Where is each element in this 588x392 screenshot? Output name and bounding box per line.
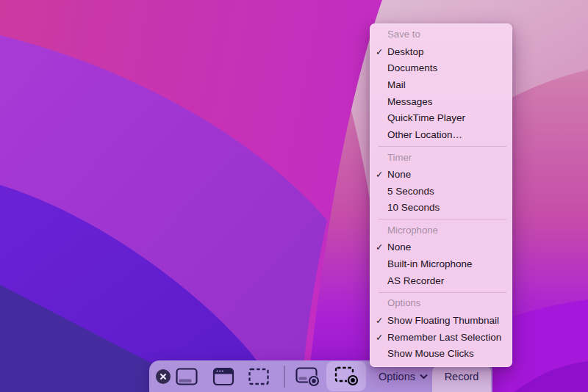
record-entire-screen-button[interactable]	[295, 366, 320, 387]
menu-item-label: 5 Seconds	[387, 186, 434, 197]
menu-item-label: None	[387, 242, 411, 253]
checkmark-icon: ✓	[376, 169, 387, 180]
menu-item-documents[interactable]: Documents	[370, 59, 512, 76]
close-icon	[159, 372, 168, 381]
capture-entire-screen-button[interactable]	[175, 367, 198, 386]
checkmark-icon: ✓	[376, 315, 387, 326]
capture-selected-portion-button[interactable]	[247, 367, 270, 386]
menu-item-messages[interactable]: Messages	[370, 93, 512, 110]
record-button-label: Record	[445, 371, 479, 382]
chevron-down-icon	[420, 374, 428, 380]
menu-item-label: Show Mouse Clicks	[387, 348, 474, 359]
menu-item-label: None	[387, 169, 411, 180]
menu-item-label: Remember Last Selection	[387, 332, 501, 343]
menu-item-label: Messages	[387, 96, 433, 107]
menu-item-as-recorder[interactable]: AS Recorder	[370, 272, 512, 289]
menu-item-quicktime-player[interactable]: QuickTime Player	[370, 109, 512, 126]
options-button-label: Options	[379, 371, 415, 382]
checkmark-icon: ✓	[376, 46, 387, 57]
menu-item-10-seconds[interactable]: 10 Seconds	[370, 200, 512, 217]
capture-selected-window-icon	[212, 367, 235, 386]
menu-item-label: Documents	[387, 62, 437, 73]
menu-item-label: QuickTime Player	[387, 112, 465, 123]
menu-item-label: Other Location…	[387, 129, 462, 140]
menu-item-remember-last-selection[interactable]: ✓ Remember Last Selection	[370, 329, 512, 346]
menu-item-5-seconds[interactable]: 5 Seconds	[370, 183, 512, 200]
record-selected-portion-button[interactable]	[326, 361, 366, 391]
menu-item-label: AS Recorder	[387, 275, 444, 286]
checkmark-icon: ✓	[376, 242, 387, 253]
menu-item-other-location[interactable]: Other Location…	[370, 126, 512, 143]
checkmark-icon: ✓	[376, 332, 387, 343]
menu-item-desktop[interactable]: ✓ Desktop	[370, 43, 512, 60]
options-menu: Save to ✓ Desktop Documents Mail Message…	[370, 23, 512, 367]
menu-item-label: Built-in Microphone	[387, 258, 473, 269]
menu-item-label: Mail	[387, 79, 406, 90]
menu-separator	[379, 292, 506, 293]
capture-selected-portion-icon	[247, 367, 270, 386]
menu-item-mail[interactable]: Mail	[370, 76, 512, 93]
menu-item-mic-none[interactable]: ✓ None	[370, 239, 512, 256]
record-entire-screen-icon	[295, 366, 320, 387]
toolbar-divider	[284, 366, 285, 388]
record-button[interactable]: Record	[432, 365, 491, 392]
menu-section-header-options: Options	[370, 295, 512, 312]
menu-section-header-save-to: Save to	[370, 26, 512, 43]
menu-separator	[379, 146, 506, 147]
capture-selected-window-button[interactable]	[212, 367, 235, 386]
menu-item-timer-none[interactable]: ✓ None	[370, 166, 512, 183]
menu-section-header-timer: Timer	[370, 150, 512, 167]
close-button[interactable]	[156, 369, 171, 384]
menu-item-label: Show Floating Thumbnail	[387, 315, 499, 326]
menu-item-label: 10 Seconds	[387, 202, 440, 213]
capture-entire-screen-icon	[175, 367, 198, 386]
menu-item-label: Desktop	[387, 46, 424, 57]
menu-item-built-in-microphone[interactable]: Built-in Microphone	[370, 255, 512, 272]
menu-section-header-microphone: Microphone	[370, 222, 512, 239]
record-selected-portion-icon	[334, 366, 359, 386]
menu-item-show-floating-thumbnail[interactable]: ✓ Show Floating Thumbnail	[370, 312, 512, 329]
menu-separator	[379, 219, 506, 219]
menu-item-show-mouse-clicks[interactable]: Show Mouse Clicks	[370, 345, 512, 362]
